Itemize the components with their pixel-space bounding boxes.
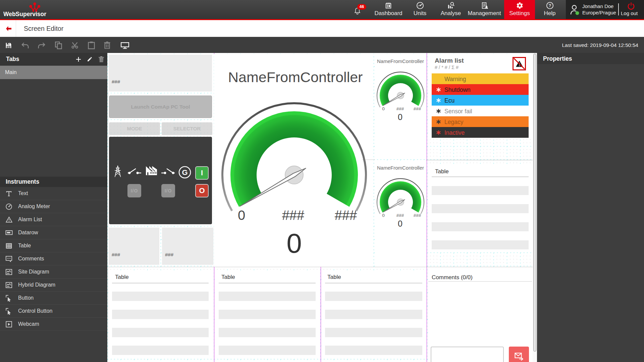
- svg-text:G: G: [182, 168, 187, 177]
- svg-text:?: ?: [549, 3, 551, 8]
